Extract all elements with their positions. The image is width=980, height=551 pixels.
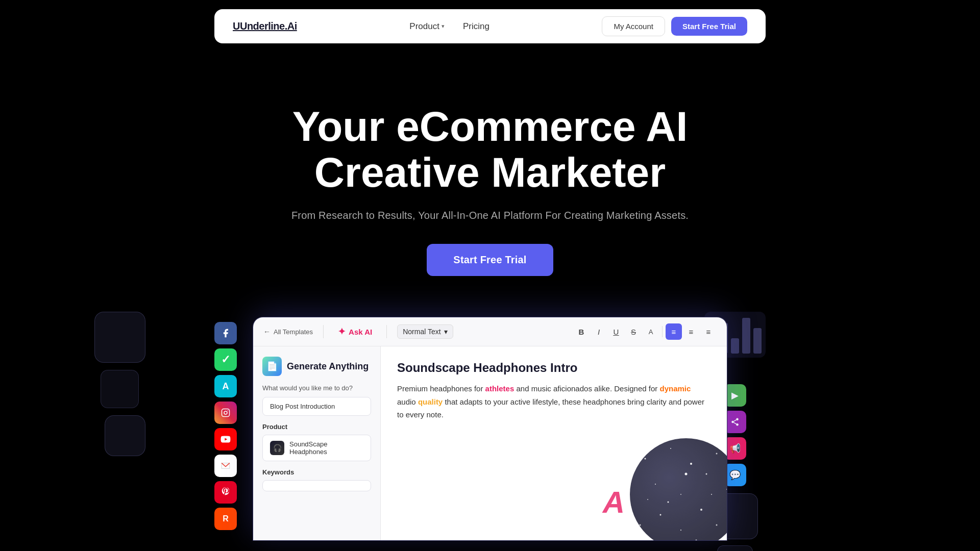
app-body: 📄 Generate Anything What would you like … [253, 346, 727, 540]
highlight-athletes: athletes [485, 384, 514, 393]
text-style-dropdown[interactable]: Normal Text ▾ [397, 324, 453, 339]
app-window: ← All Templates ✦ Ask AI Normal Text ▾ B… [253, 317, 727, 541]
facebook-icon[interactable] [214, 322, 237, 344]
bold-button[interactable]: B [573, 323, 590, 340]
product-input[interactable]: 🎧 SoundScape Headphones [262, 435, 371, 461]
highlight-quality: quality [418, 397, 443, 406]
highlight-dynamic: dynamic [659, 384, 691, 393]
svg-point-25 [731, 421, 734, 423]
svg-point-23 [647, 499, 648, 500]
preview-section: ✓ A R ← All Templates ✦ Ask AI [0, 307, 980, 541]
cube-large [94, 312, 145, 363]
svg-point-11 [660, 514, 662, 516]
svg-point-2 [227, 411, 228, 412]
back-to-templates[interactable]: ← All Templates [263, 328, 313, 336]
app-topbar: ← All Templates ✦ Ask AI Normal Text ▾ B… [253, 317, 727, 346]
product-thumbnail: 🎧 [270, 441, 284, 455]
svg-point-4 [645, 458, 646, 460]
sidebar-icons-left: ✓ A R [214, 322, 237, 530]
arrow-icon[interactable]: A [214, 375, 237, 397]
svg-point-12 [700, 509, 702, 511]
editor-content: Premium headphones for athletes and musi… [397, 382, 710, 421]
logo[interactable]: UUnderline.Ai [233, 20, 297, 32]
svg-point-7 [716, 453, 718, 455]
left-panel: 📄 Generate Anything What would you like … [253, 346, 381, 540]
hero-section: Your eCommerce AI Creative Marketer From… [0, 53, 980, 307]
cube-small-1 [101, 370, 139, 408]
instagram-icon[interactable] [214, 402, 237, 424]
format-buttons: B I U S A ≡ ≡ ≡ [573, 323, 717, 340]
ask-ai-button[interactable]: ✦ Ask AI [334, 324, 376, 339]
svg-point-6 [690, 463, 692, 465]
pinterest-icon[interactable] [214, 481, 237, 504]
nav-product[interactable]: Product ▾ [409, 21, 445, 32]
youtube-icon[interactable] [214, 428, 237, 450]
svg-point-13 [726, 489, 727, 490]
svg-point-16 [716, 524, 718, 526]
panel-header: 📄 Generate Anything [262, 357, 371, 376]
my-account-button[interactable]: My Account [602, 16, 665, 36]
nav-actions: My Account Start Free Trial [602, 16, 747, 36]
svg-point-21 [711, 494, 712, 495]
svg-line-27 [733, 423, 736, 424]
toolbar-divider-3 [662, 326, 663, 337]
svg-line-28 [733, 420, 736, 421]
chevron-down-icon: ▾ [444, 328, 448, 336]
svg-point-22 [685, 473, 688, 475]
task-input[interactable]: Blog Post Introduction [262, 397, 371, 416]
svg-point-10 [680, 494, 681, 495]
align-left-button[interactable]: ≡ [666, 323, 682, 340]
svg-point-5 [670, 448, 671, 449]
cube-decoration-left [94, 312, 145, 463]
svg-point-18 [696, 540, 697, 541]
text-color-button[interactable]: A [643, 323, 659, 340]
svg-point-9 [706, 473, 707, 475]
svg-rect-0 [222, 409, 230, 417]
svg-point-14 [640, 524, 641, 526]
strikethrough-button[interactable]: S [625, 323, 642, 340]
svg-point-26 [736, 423, 739, 426]
svg-point-17 [650, 540, 651, 540]
svg-point-1 [224, 411, 227, 414]
nav-links: Product ▾ Pricing [409, 21, 489, 32]
gmail-icon[interactable] [214, 455, 237, 477]
toolbar-divider-2 [386, 325, 387, 338]
chevron-down-icon: ▾ [442, 23, 445, 30]
back-arrow-icon: ← [263, 328, 271, 336]
start-trial-nav-button[interactable]: Start Free Trial [671, 17, 747, 36]
underline-button[interactable]: U [608, 323, 624, 340]
keywords-input[interactable] [262, 480, 371, 491]
italic-button[interactable]: I [591, 323, 607, 340]
cube-small-2 [105, 415, 145, 456]
checkmark-icon[interactable]: ✓ [214, 348, 237, 371]
svg-point-24 [736, 418, 739, 421]
align-right-button[interactable]: ≡ [700, 323, 717, 340]
sparkle-icon: ✦ [338, 326, 346, 337]
logo-decoration: A [603, 485, 625, 520]
start-trial-hero-button[interactable]: Start Free Trial [427, 244, 553, 276]
hero-subtitle: From Research to Results, Your All-In-On… [10, 210, 970, 221]
toolbar-divider [323, 325, 324, 338]
align-center-button[interactable]: ≡ [683, 323, 699, 340]
svg-point-8 [655, 484, 656, 485]
sphere-decoration [630, 438, 727, 540]
panel-icon: 📄 [262, 357, 282, 376]
navbar-wrapper: UUnderline.Ai Product ▾ Pricing My Accou… [0, 0, 980, 53]
svg-point-20 [668, 502, 669, 503]
nav-pricing[interactable]: Pricing [463, 21, 489, 32]
reddit-icon[interactable]: R [214, 508, 237, 530]
hero-title: Your eCommerce AI Creative Marketer [10, 104, 970, 195]
editor-panel[interactable]: Soundscape Headphones Intro Premium head… [381, 346, 727, 540]
navbar: UUnderline.Ai Product ▾ Pricing My Accou… [214, 9, 766, 43]
svg-point-15 [680, 530, 681, 531]
